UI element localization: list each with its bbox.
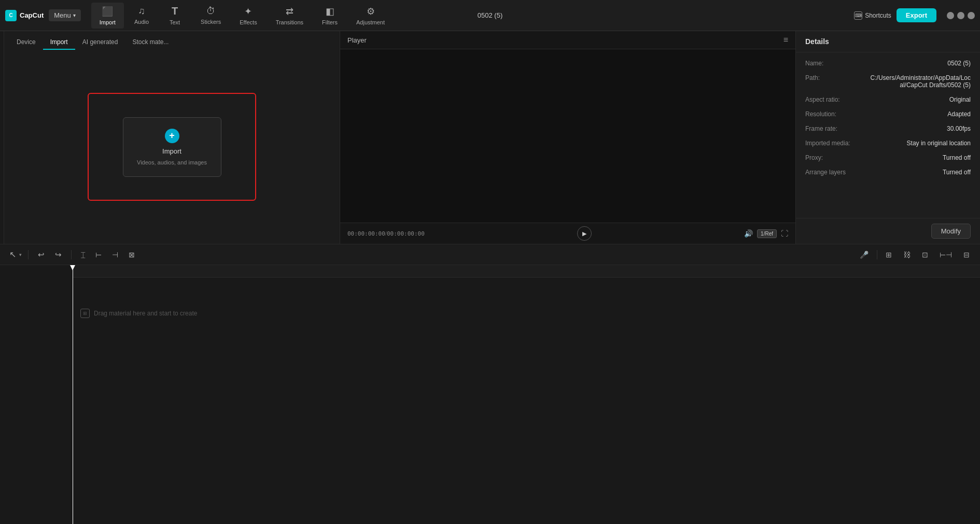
undo-button[interactable]: ↩ <box>35 248 48 261</box>
detail-name: Name: 0502 (5) <box>805 60 971 67</box>
minimize-button[interactable] <box>947 12 954 19</box>
media-content: + Import Videos, audios, and images <box>4 50 340 244</box>
tab-audio-label: Audio <box>134 19 149 25</box>
detail-framerate-key: Frame rate: <box>805 125 862 132</box>
detail-framerate: Frame rate: 30.00fps <box>805 125 971 132</box>
modify-button[interactable]: Modify <box>931 224 971 239</box>
select-tool-dropdown[interactable]: ↖ ▾ <box>7 247 22 261</box>
details-footer: Modify <box>796 218 980 244</box>
link-button[interactable]: ⛓ <box>900 249 914 261</box>
detail-arrange-key: Arrange layers <box>805 169 862 176</box>
tab-audio[interactable]: ♫ Audio <box>126 3 157 28</box>
export-button[interactable]: Export <box>897 8 936 22</box>
player-menu-icon[interactable]: ≡ <box>783 35 788 45</box>
source-ai-generated[interactable]: AI generated <box>75 35 125 50</box>
detail-proxy-key: Proxy: <box>805 154 862 161</box>
close-button[interactable] <box>968 12 975 19</box>
prev-frame-button[interactable]: ⊢ <box>92 249 105 261</box>
source-stock-mate[interactable]: Stock mate... <box>125 35 176 50</box>
chain-button[interactable]: ⊡ <box>919 249 931 261</box>
timeline-section: ↖ ▾ ↩ ↪ ⌶ ⊢ ⊣ ⊠ 🎤 ⊞ ⛓ ⊡ ⊢⊣ ⊟ <box>0 244 980 524</box>
tab-text[interactable]: T Text <box>159 2 190 29</box>
tab-effects-label: Effects <box>240 19 257 25</box>
left-sidebar <box>0 31 4 244</box>
tab-effects[interactable]: ✦ Effects <box>231 3 265 29</box>
text-icon: T <box>172 5 178 17</box>
detail-imported-val: Stay in original location <box>867 140 971 147</box>
source-import[interactable]: Import <box>43 35 75 50</box>
audio-icon: ♫ <box>138 6 145 17</box>
media-panel: Device Import AI generated Stock mate...… <box>4 31 340 244</box>
tab-adjustment[interactable]: ⚙ Adjustment <box>348 3 393 29</box>
details-body: Name: 0502 (5) Path: C:/Users/Administra… <box>796 52 980 218</box>
import-label: Import <box>162 147 181 155</box>
tool-dropdown-arrow: ▾ <box>19 252 22 257</box>
details-header: Details <box>796 31 980 52</box>
adjustment-icon: ⚙ <box>367 6 375 17</box>
split-button[interactable]: ⌶ <box>78 249 88 261</box>
play-button[interactable]: ▶ <box>577 226 592 241</box>
import-inner-box[interactable]: + Import Videos, audios, and images <box>123 117 221 177</box>
tab-text-label: Text <box>170 19 180 25</box>
content-row: Device Import AI generated Stock mate...… <box>0 31 980 244</box>
preview-button[interactable]: ⊟ <box>960 249 973 261</box>
tab-stickers[interactable]: ⏱ Stickers <box>192 3 229 28</box>
player-title: Player <box>347 36 367 44</box>
filters-icon: ◧ <box>326 6 334 17</box>
next-frame-button[interactable]: ⊣ <box>109 249 121 261</box>
source-device[interactable]: Device <box>9 35 43 50</box>
app-wrapper: C CapCut Menu ⬛ Import ♫ Audio T Text ⏱ … <box>0 0 980 524</box>
import-icon: ⬛ <box>102 6 113 17</box>
toolbar-separator-2 <box>71 250 72 259</box>
transitions-icon: ⇄ <box>286 6 293 17</box>
detail-framerate-val: 30.00fps <box>867 125 971 132</box>
stickers-icon: ⏱ <box>206 6 216 17</box>
timeline-tracks: ⊞ Drag material here and start to create <box>0 278 980 524</box>
detail-resolution-key: Resolution: <box>805 111 862 118</box>
detail-resolution-val: Adapted <box>867 111 971 118</box>
detail-imported-key: Imported media: <box>805 140 862 147</box>
tab-transitions[interactable]: ⇄ Transitions <box>268 3 312 29</box>
select-tool-button[interactable]: ↖ <box>7 247 18 261</box>
shortcuts-label: Shortcuts <box>865 12 891 19</box>
timecode-start: 00:00:00:00 <box>347 230 385 237</box>
shortcuts-button[interactable]: ⌨ Shortcuts <box>854 11 891 20</box>
app-logo-text: CapCut <box>20 11 44 19</box>
top-bar: C CapCut Menu ⬛ Import ♫ Audio T Text ⏱ … <box>0 0 980 31</box>
import-sublabel: Videos, audios, and images <box>137 159 207 166</box>
tab-import[interactable]: ⬛ Import <box>91 3 124 29</box>
menu-button[interactable]: Menu <box>49 9 81 21</box>
detail-imported-media: Imported media: Stay in original locatio… <box>805 140 971 147</box>
keyboard-icon: ⌨ <box>854 11 862 20</box>
fullscreen-button[interactable]: ⛶ <box>781 229 788 238</box>
timeline-canvas: ⊞ Drag material here and start to create <box>0 265 980 524</box>
split2-button[interactable]: ⊢⊣ <box>936 249 955 261</box>
detail-arrange-val: Turned off <box>867 169 971 176</box>
import-drop-zone[interactable]: + Import Videos, audios, and images <box>88 93 256 201</box>
nav-tabs: ⬛ Import ♫ Audio T Text ⏱ Stickers ✦ Eff… <box>91 2 854 29</box>
tab-adjustment-label: Adjustment <box>356 19 385 25</box>
redo-button[interactable]: ↪ <box>52 248 65 261</box>
detail-aspect-key: Aspect ratio: <box>805 96 862 103</box>
effects-icon: ✦ <box>244 6 252 17</box>
playhead-triangle <box>70 265 75 270</box>
detail-name-key: Name: <box>805 60 862 67</box>
app-logo-icon: C <box>5 10 17 21</box>
detail-proxy: Proxy: Turned off <box>805 154 971 161</box>
snap-button[interactable]: ⊞ <box>883 249 895 261</box>
window-title: 0502 (5) <box>478 11 502 19</box>
timeline-ruler <box>73 265 980 278</box>
top-right-controls: ⌨ Shortcuts Export <box>854 8 975 22</box>
detail-aspect: Aspect ratio: Original <box>805 96 971 103</box>
toolbar-separator-3 <box>877 250 877 259</box>
timeline-right-tools: 🎤 ⊞ ⛓ ⊡ ⊢⊣ ⊟ <box>857 249 973 261</box>
playhead-line <box>73 265 73 524</box>
detail-path-val: C:/Users/Administrator/AppData/Local/Cap… <box>867 74 971 89</box>
speaker-button[interactable]: 🔊 <box>744 229 753 238</box>
delete-button[interactable]: ⊠ <box>125 249 138 261</box>
tab-filters[interactable]: ◧ Filters <box>314 3 346 29</box>
media-panel-header: Device Import AI generated Stock mate... <box>4 31 340 50</box>
timeline-toolbar: ↖ ▾ ↩ ↪ ⌶ ⊢ ⊣ ⊠ 🎤 ⊞ ⛓ ⊡ ⊢⊣ ⊟ <box>0 244 980 265</box>
mic-button[interactable]: 🎤 <box>857 249 872 261</box>
maximize-button[interactable] <box>957 12 964 19</box>
